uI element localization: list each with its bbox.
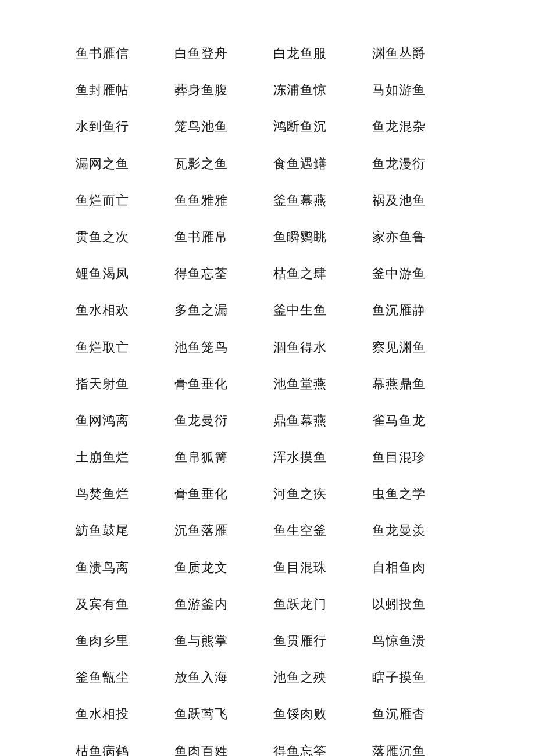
idiom-cell: 枯鱼病鹤: [70, 733, 169, 756]
idiom-cell: 鱼质龙文: [169, 549, 268, 586]
idiom-cell: 鱼沉雁杳: [366, 696, 465, 732]
idiom-cell: 鱼水相欢: [70, 292, 169, 328]
idiom-cell: 沉鱼落雁: [169, 512, 268, 549]
idiom-cell: 察见渊鱼: [366, 329, 465, 366]
idiom-cell: 鱼书雁信: [70, 35, 169, 71]
idiom-cell: 釜鱼甑尘: [70, 659, 169, 696]
idiom-cell: 池鱼堂燕: [268, 366, 366, 402]
idiom-cell: 鱼水相投: [70, 696, 169, 732]
idiom-cell: 鱼烂而亡: [70, 182, 169, 218]
idiom-cell: 虫鱼之学: [366, 475, 465, 512]
idiom-cell: 鱼沉雁静: [366, 292, 465, 328]
idiom-cell: 笼鸟池鱼: [169, 108, 268, 145]
idiom-cell: 池鱼笼鸟: [169, 329, 268, 366]
idiom-cell: 祸及池鱼: [366, 182, 465, 218]
idiom-cell: 釜中游鱼: [366, 255, 465, 292]
idiom-cell: 枯鱼之肆: [268, 255, 366, 292]
idiom-cell: 指天射鱼: [70, 366, 169, 402]
idiom-cell: 鱼游釜内: [169, 586, 268, 622]
idiom-cell: 鸟焚鱼烂: [70, 475, 169, 512]
idiom-cell: 鱼馁肉败: [268, 696, 366, 732]
idiom-cell: 鱼贯雁行: [268, 622, 366, 659]
idiom-cell: 鱼网鸿离: [70, 402, 169, 439]
page-container: 鱼书雁信白鱼登舟白龙鱼服渊鱼丛爵鱼封雁帖葬身鱼腹冻浦鱼惊马如游鱼水到鱼行笼鸟池鱼…: [0, 0, 535, 756]
idiom-cell: 鱼肉百姓: [169, 733, 268, 756]
idiom-cell: 鸿断鱼沉: [268, 108, 366, 145]
idiom-cell: 浑水摸鱼: [268, 439, 366, 475]
idiom-cell: 釜中生鱼: [268, 292, 366, 328]
idiom-cell: 雀马鱼龙: [366, 402, 465, 439]
idiom-cell: 放鱼入海: [169, 659, 268, 696]
idiom-cell: 魴鱼鼓尾: [70, 512, 169, 549]
idiom-cell: 自相鱼肉: [366, 549, 465, 586]
idiom-cell: 瓦影之鱼: [169, 145, 268, 182]
idiom-cell: 白龙鱼服: [268, 35, 366, 71]
idiom-cell: 鱼龙混杂: [366, 108, 465, 145]
idiom-cell: 鱼肉乡里: [70, 622, 169, 659]
idiom-cell: 河鱼之疾: [268, 475, 366, 512]
idiom-cell: 得鱼忘荃: [169, 255, 268, 292]
idiom-cell: 贯鱼之次: [70, 218, 169, 255]
idiom-cell: 落雁沉鱼: [366, 733, 465, 756]
idiom-cell: 鱼鱼雅雅: [169, 182, 268, 218]
idiom-cell: 涸鱼得水: [268, 329, 366, 366]
idiom-cell: 鱼与熊掌: [169, 622, 268, 659]
idiom-cell: 釜鱼幕燕: [268, 182, 366, 218]
idiom-cell: 鱼生空釜: [268, 512, 366, 549]
idiom-cell: 家亦鱼鲁: [366, 218, 465, 255]
idiom-cell: 漏网之鱼: [70, 145, 169, 182]
idiom-cell: 鱼封雁帖: [70, 71, 169, 108]
idiom-cell: 鱼溃鸟离: [70, 549, 169, 586]
idiom-cell: 鱼帛狐篝: [169, 439, 268, 475]
idiom-cell: 鱼书雁帛: [169, 218, 268, 255]
idiom-cell: 鱼龙曼衍: [169, 402, 268, 439]
idiom-cell: 鱼跃莺飞: [169, 696, 268, 732]
idiom-cell: 瞎子摸鱼: [366, 659, 465, 696]
idiom-cell: 白鱼登舟: [169, 35, 268, 71]
idiom-cell: 鲤鱼渴凤: [70, 255, 169, 292]
idiom-cell: 膏鱼垂化: [169, 475, 268, 512]
idiom-cell: 冻浦鱼惊: [268, 71, 366, 108]
idiom-cell: 鼎鱼幕燕: [268, 402, 366, 439]
idiom-cell: 鱼目混珠: [268, 549, 366, 586]
idiom-cell: 马如游鱼: [366, 71, 465, 108]
idiom-cell: 鱼烂取亡: [70, 329, 169, 366]
idiom-cell: 以蚓投鱼: [366, 586, 465, 622]
idiom-cell: 鸟惊鱼溃: [366, 622, 465, 659]
idiom-cell: 土崩鱼烂: [70, 439, 169, 475]
idiom-cell: 鱼龙曼羡: [366, 512, 465, 549]
idiom-cell: 池鱼之殃: [268, 659, 366, 696]
idiom-cell: 渊鱼丛爵: [366, 35, 465, 71]
idiom-cell: 膏鱼垂化: [169, 366, 268, 402]
idiom-cell: 葬身鱼腹: [169, 71, 268, 108]
idiom-cell: 鱼瞬鹦眺: [268, 218, 366, 255]
idiom-cell: 鱼跃龙门: [268, 586, 366, 622]
idiom-cell: 鱼龙漫衍: [366, 145, 465, 182]
idiom-cell: 鱼目混珍: [366, 439, 465, 475]
idiom-cell: 食鱼遇鳝: [268, 145, 366, 182]
idiom-cell: 得鱼忘筌: [268, 733, 366, 756]
idiom-cell: 及宾有鱼: [70, 586, 169, 622]
idiom-cell: 水到鱼行: [70, 108, 169, 145]
idiom-cell: 多鱼之漏: [169, 292, 268, 328]
idiom-cell: 幕燕鼎鱼: [366, 366, 465, 402]
idiom-grid: 鱼书雁信白鱼登舟白龙鱼服渊鱼丛爵鱼封雁帖葬身鱼腹冻浦鱼惊马如游鱼水到鱼行笼鸟池鱼…: [70, 35, 465, 756]
